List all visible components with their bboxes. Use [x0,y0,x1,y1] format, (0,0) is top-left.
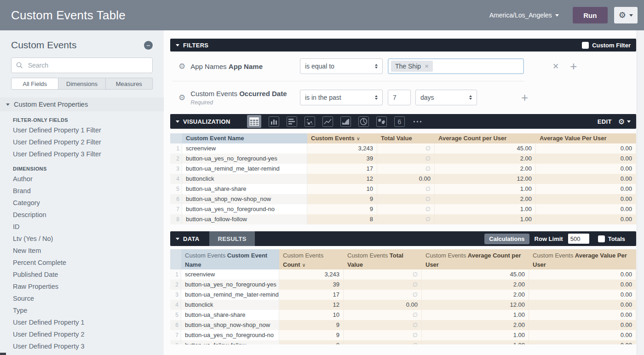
table-cell[interactable]: 2.00 [435,154,536,164]
field-item[interactable]: ID [0,221,164,233]
field-item[interactable]: Description [0,209,164,221]
table-cell[interactable]: ∅ [344,340,422,344]
table-cell[interactable]: 0.00 [536,154,636,164]
field-item[interactable]: Published Date [0,269,164,281]
table-cell[interactable]: 0.00 [529,310,636,320]
table-cell[interactable]: ∅ [344,290,422,300]
table-cell[interactable]: 12 [307,174,377,184]
table-cell[interactable]: 1.00 [435,214,536,224]
area-chart-icon[interactable] [340,116,351,127]
table-cell[interactable]: button-ua_shop_now-shop_now [182,194,307,204]
field-item[interactable]: Percent Complete [0,257,164,269]
table-icon[interactable] [247,115,261,128]
field-group-custom-event-properties[interactable]: Custom Event Properties [0,97,164,111]
field-item[interactable]: User Defined Property 1 Filter [0,124,164,136]
table-cell[interactable]: 0.00 [536,164,636,174]
field-item[interactable]: Ltv (Yes / No) [0,233,164,245]
totals-checkbox[interactable] [598,235,605,242]
table-cell[interactable]: 17 [279,290,344,300]
tab-all-fields[interactable]: All Fields [11,78,58,90]
table-cell[interactable]: 2.00 [435,164,536,174]
timezone-dropdown[interactable]: America/Los_Angeles [489,11,559,19]
table-cell[interactable]: 45.00 [435,143,536,154]
remove-filter-icon[interactable]: ✕ [552,62,559,71]
sidebar-scrollbar[interactable] [0,353,6,355]
table-cell[interactable]: 0.00 [529,340,636,344]
column-header-custom-event-name[interactable]: Custom Events Custom Event Name [181,249,279,269]
collapse-visualization-icon[interactable] [176,120,179,123]
field-search-box[interactable] [11,57,153,73]
table-cell[interactable]: ∅ [344,330,422,340]
filter-value-input[interactable]: The Ship ✕ [388,58,524,74]
table-cell[interactable]: 10 [279,310,344,320]
column-header-average-value-per-user[interactable]: Custom Events Average Value Per User [529,249,636,269]
table-cell[interactable]: button-ua_follow-follow [182,214,307,224]
more-options-icon[interactable] [412,116,423,127]
column-header-count[interactable]: Custom Events Count∨ [279,249,344,269]
column-header-custom-events[interactable]: Custom Events∨ [307,133,377,143]
table-cell[interactable]: 0.00 [536,194,636,204]
table-cell[interactable]: 0.00 [536,214,636,224]
vertical-scrollbar[interactable] [637,30,644,355]
bar-chart-icon[interactable] [287,116,297,127]
filter-gear-icon[interactable]: ⚙ [178,63,185,70]
column-header-total-value[interactable]: Custom Events Total Value [344,249,422,269]
table-cell[interactable]: 1.00 [435,204,536,214]
table-cell[interactable]: ∅ [377,214,435,224]
field-item[interactable]: Raw Properties [0,281,164,292]
settings-menu-button[interactable]: ⚙ [614,7,638,23]
tab-measures[interactable]: Measures [106,78,153,90]
field-item[interactable]: Brand [0,185,164,197]
table-cell[interactable]: 8 [279,340,344,344]
edit-visualization-button[interactable]: EDIT [598,118,612,125]
table-cell[interactable]: 45.00 [422,269,529,280]
table-cell[interactable]: 17 [307,164,377,174]
table-cell[interactable]: button-ua_remind_me_later-remind [182,164,307,174]
table-cell[interactable]: buttonclick [181,300,279,310]
table-cell[interactable]: 9 [307,204,377,214]
table-cell[interactable]: ∅ [377,204,435,214]
table-cell[interactable]: 3,243 [279,269,344,280]
tab-results[interactable]: RESULTS [209,231,255,246]
table-cell[interactable]: 0.00 [529,330,636,340]
filter-operator-select[interactable]: is equal to [300,58,383,74]
filters-section-label[interactable]: FILTERS [183,42,208,49]
filter-number-input[interactable] [388,90,411,105]
column-header-average-count-per-user[interactable]: Custom Events Average Count per User [422,249,529,269]
add-filter-icon[interactable]: + [570,60,577,72]
table-cell[interactable]: 0.00 [536,184,636,194]
table-cell[interactable]: 2.00 [422,320,529,330]
table-cell[interactable]: 0.00 [536,174,636,184]
table-cell[interactable]: 1.00 [422,330,529,340]
filter-gear-icon[interactable]: ⚙ [178,94,185,102]
field-item[interactable]: Source [0,292,164,304]
field-item[interactable]: Author [0,173,164,185]
custom-filter-checkbox[interactable] [582,42,589,49]
table-cell[interactable]: 9 [307,194,377,204]
table-cell[interactable]: button-ua_yes_no_foreground-yes [182,154,307,164]
table-cell[interactable]: 0.00 [344,300,422,310]
filter-unit-select[interactable]: days [415,90,477,105]
collapse-data-icon[interactable] [176,238,179,240]
table-cell[interactable]: ∅ [344,280,422,290]
scatter-chart-icon[interactable] [305,116,315,127]
table-cell[interactable]: 2.00 [422,280,529,290]
table-cell[interactable]: button-ua_share-share [182,184,307,194]
table-cell[interactable]: ∅ [377,154,435,164]
table-cell[interactable]: button-ua_yes_no_foreground-no [181,330,279,340]
table-cell[interactable]: ∅ [377,184,435,194]
field-item[interactable]: User Defined Property 2 Filter [0,136,164,148]
table-cell[interactable]: 2.00 [422,290,529,300]
collapse-sidebar-button[interactable]: − [144,41,153,50]
table-cell[interactable]: ∅ [344,320,422,330]
table-cell[interactable]: ∅ [377,194,435,204]
map-icon[interactable] [376,116,387,127]
table-cell[interactable]: 0.00 [529,290,636,300]
table-cell[interactable]: button-ua_remind_me_later-remind [181,290,279,300]
table-cell[interactable]: 12.00 [435,174,536,184]
field-item[interactable]: Type [0,304,164,316]
table-cell[interactable]: button-ua_yes_no_foreground-yes [181,280,279,290]
table-cell[interactable]: button-ua_share-share [181,310,279,320]
table-cell[interactable]: screenview [182,143,307,154]
visualization-settings-button[interactable]: ⚙ [618,117,631,126]
